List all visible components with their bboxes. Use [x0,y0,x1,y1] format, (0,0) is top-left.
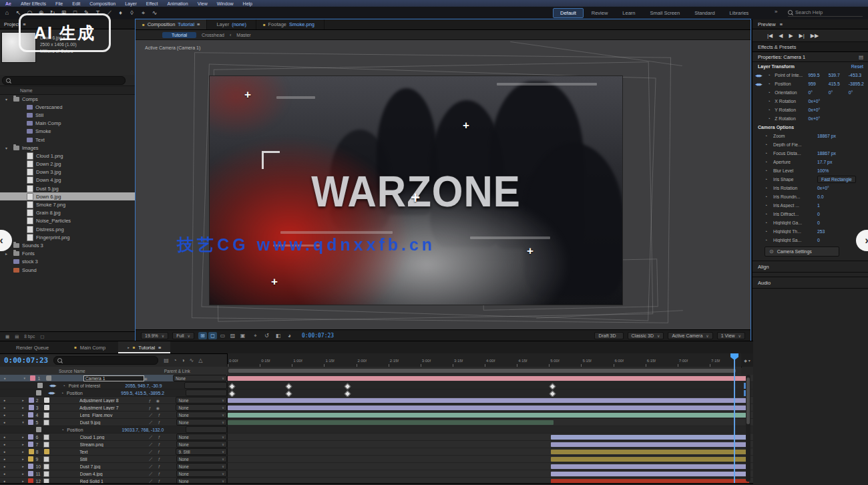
draft-3d-toggle[interactable]: Draft 3D [594,332,623,339]
layer-track[interactable] [227,434,753,441]
motion-blur-icon[interactable]: △ [198,357,202,363]
view-layout-dropdown[interactable]: 1 View ∨ [717,332,745,339]
layer-duration-bar[interactable] [551,435,749,440]
time-ruler[interactable]: 0:00f0:15f1:00f1:15f2:00f2:15f3:00f3:15f… [227,353,742,367]
expand-caret-icon[interactable]: ▸ [5,251,11,256]
camera-settings-button[interactable]: ⊙ Camera Settings [765,247,839,257]
option-value[interactable]: 17.7 px [817,160,832,164]
scrollbar-thumb[interactable] [746,377,750,424]
expand-caret-icon[interactable]: ▾ [5,146,11,150]
project-item[interactable]: ▸ Fonts [0,250,135,258]
menu-item[interactable]: Window [217,1,234,6]
menu-item[interactable]: File [55,1,63,6]
project-item[interactable]: Fingerprint.png [0,233,135,241]
option-value[interactable]: 0 [817,212,820,216]
project-search-input[interactable] [2,76,126,85]
layer-track[interactable] [227,389,753,397]
parent-link-dropdown[interactable]: None ∨ [176,456,227,462]
stopwatch-icon[interactable]: ◔ [765,220,773,225]
project-item[interactable]: ▸ Sounds 3 [0,241,135,249]
project-item[interactable]: Down 6.jpg [0,192,135,200]
layer-track[interactable] [227,441,753,448]
preview-panel-header[interactable]: Preview ≡ [752,19,868,29]
timeline-layer-row[interactable]: ● ▾ 1 Camera 1 ◉ None ∨ [0,375,753,382]
project-item[interactable]: Overscaned [0,103,135,111]
layer-track[interactable] [227,375,753,382]
label-color-swatch[interactable] [29,397,34,403]
stopwatch-icon[interactable]: ◔ [62,383,68,388]
renderer-dropdown[interactable]: Classic 3D ∨ [628,332,664,339]
property-value[interactable]: 0x+0° [809,116,829,121]
stopwatch-icon[interactable]: ◔ [765,142,773,147]
panel-menu-icon[interactable]: ≡ [197,21,200,27]
property-value[interactable]: 0x+0° [809,99,829,104]
layer-track[interactable] [227,419,753,426]
label-color-swatch[interactable] [28,456,33,462]
option-value[interactable]: 0 [817,220,820,225]
stopwatch-icon[interactable]: ◔ [767,99,775,104]
visibility-eye-icon[interactable]: ● [0,435,9,439]
layer-duration-bar[interactable] [228,398,749,403]
work-area-handle[interactable] [228,369,736,373]
option-value[interactable]: 0x+0° [817,186,829,190]
layer-switches[interactable]: ／ ƒ [149,412,176,418]
parent-link-dropdown[interactable]: None ∨ [176,419,227,426]
layer-name[interactable]: Position [67,428,122,432]
project-item[interactable]: ▾ Comps [0,95,135,103]
label-color-swatch[interactable] [28,442,33,447]
stopwatch-icon[interactable]: ◔ [765,151,773,156]
property-value[interactable]: 19033.7, 768, -132.0 [122,428,164,432]
layer-track[interactable] [227,404,753,412]
layer-track[interactable] [227,412,753,419]
property-value[interactable]: 539.7 [829,73,849,77]
workspace-tab[interactable]: Standard [688,9,721,17]
project-item[interactable]: Main Comp [0,120,135,128]
layer-name[interactable]: Still [80,457,149,462]
roto-brush-tool-icon[interactable]: ⌖ [139,8,148,17]
project-item[interactable]: Grain 8.jpg [0,209,135,217]
parent-link-dropdown[interactable]: None ∨ [176,478,227,483]
layer-track[interactable] [227,448,753,456]
project-item[interactable]: Noise_Particles [0,217,135,225]
layer-expand-caret-icon[interactable]: ▸ [22,413,28,417]
property-value[interactable]: 415.5 [829,82,849,86]
property-value[interactable]: 0° [809,90,829,95]
layer-track[interactable] [227,426,753,434]
keyframe-nav-icons[interactable]: ◀◆▶ [755,73,767,77]
layer-duration-bar[interactable] [228,376,749,381]
last-frame-button[interactable]: ▶▶ [811,33,819,39]
timeline-tab[interactable]: ▸ ■ Tutorial ≡ [118,341,170,353]
project-item[interactable]: Still [0,111,135,119]
stopwatch-icon[interactable]: ◔ [765,212,773,216]
region-of-interest-icon[interactable]: ▭ [218,332,227,339]
viewer-tab[interactable]: ■ Footage Smoke.png [256,19,324,29]
visibility-eye-icon[interactable]: ● [0,442,9,446]
layer-name[interactable]: Adjustment Layer 7 [79,406,149,410]
panel-menu-icon[interactable]: ≡ [158,345,161,351]
layer-track[interactable] [227,470,753,478]
position-handle-icon[interactable]: + [463,119,469,132]
audio-panel-header[interactable]: Audio [752,277,868,289]
keyframe-icon[interactable] [286,383,292,389]
timeline-layer-row[interactable]: ● ▸ 3 Adjustment Layer 7 ƒ ◉ None [0,404,753,412]
timeline-layer-row[interactable]: ● ▸ 10 Dust 7.jpg ／ ƒ None ∨ [0,463,753,470]
viewer-tab[interactable]: ■ Composition Tutorial ≡ [136,19,207,29]
label-color-swatch[interactable] [28,434,33,440]
project-footer-icon[interactable]: ▤ [15,334,19,339]
option-value[interactable]: 0.0 [817,194,823,199]
timeline-layer-row[interactable]: ● ▸ 2 Adjustment Layer 8 ƒ ◉ None [0,397,753,404]
layer-duration-bar[interactable] [551,450,749,454]
stopwatch-icon[interactable]: ◔ [767,90,775,95]
layer-name[interactable]: Cloud 1.png [80,435,149,440]
stopwatch-icon[interactable]: ◔ [767,73,775,77]
magnification-dropdown[interactable]: 19.9% ∨ [141,332,168,339]
parent-link-dropdown[interactable]: 9. Still ∨ [176,448,227,455]
layer-duration-bar[interactable] [551,442,749,447]
current-time-display[interactable]: 0:00:07:23 [4,356,48,365]
layer-expand-caret-icon[interactable]: ▸ [22,450,28,454]
playhead[interactable] [734,353,735,483]
workspace-tab[interactable]: Review [585,9,615,17]
stopwatch-icon[interactable]: ◔ [61,428,67,432]
first-frame-button[interactable]: |◀ [767,33,773,39]
reset-button[interactable]: Reset [851,64,863,69]
